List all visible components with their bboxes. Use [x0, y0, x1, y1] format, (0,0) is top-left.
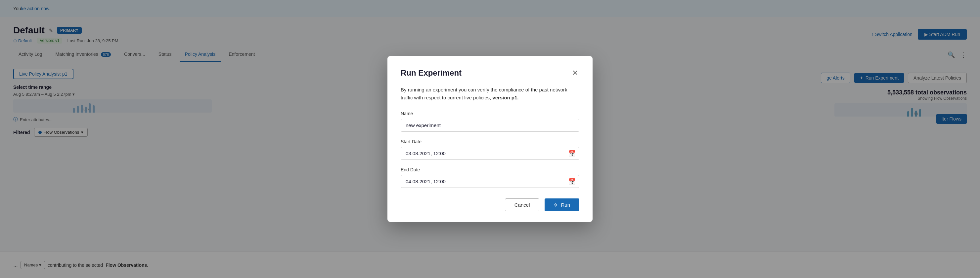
start-date-field-group: Start Date 📅: [401, 139, 579, 160]
cancel-button[interactable]: Cancel: [505, 198, 539, 211]
modal-close-button[interactable]: ✕: [571, 68, 579, 78]
run-btn-label: Run: [561, 202, 570, 208]
end-date-label: End Date: [401, 167, 579, 172]
end-date-input[interactable]: [401, 175, 579, 188]
modal-description: By running an experiment you can verify …: [401, 86, 579, 102]
start-date-label: Start Date: [401, 139, 579, 144]
modal-version: version p1.: [492, 95, 519, 100]
start-date-input[interactable]: [401, 147, 579, 160]
end-date-wrapper: 📅: [401, 175, 579, 188]
run-experiment-modal: Run Experiment ✕ By running an experimen…: [387, 56, 593, 222]
experiment-name-input[interactable]: [401, 119, 579, 132]
start-date-wrapper: 📅: [401, 147, 579, 160]
modal-title: Run Experiment: [401, 68, 461, 77]
end-date-field-group: End Date 📅: [401, 167, 579, 188]
run-button[interactable]: ✈ Run: [544, 198, 579, 211]
run-btn-icon: ✈: [554, 202, 558, 208]
name-label: Name: [401, 111, 579, 116]
name-field-group: Name: [401, 111, 579, 132]
modal-header: Run Experiment ✕: [401, 68, 579, 78]
modal-footer: Cancel ✈ Run: [401, 198, 579, 211]
